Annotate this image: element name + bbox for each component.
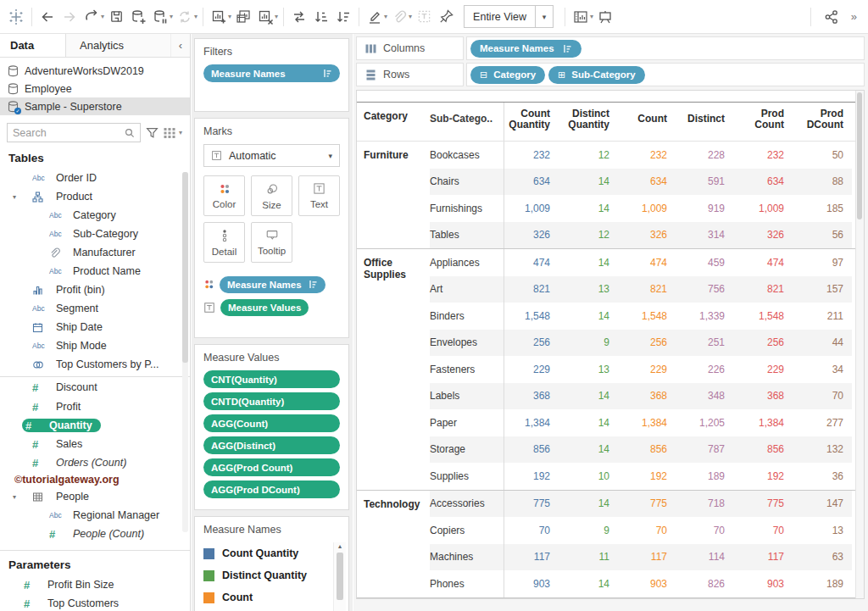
prod-count-cell[interactable]: 117 <box>733 544 793 571</box>
count-quantity-cell[interactable]: 1,548 <box>504 303 559 330</box>
prod-dcount-cell[interactable]: 36 <box>793 463 852 490</box>
measure-value-pill[interactable]: CNTD(Quantity) <box>203 392 340 410</box>
table-row[interactable]: Machines 117 11 117 114 117 63 <box>357 544 855 571</box>
distinct-quantity-cell[interactable]: 14 <box>559 491 618 518</box>
prod-dcount-cell[interactable]: 132 <box>793 436 852 464</box>
detail-button[interactable]: Detail <box>203 222 245 263</box>
rows-pill[interactable]: ⊞ Sub-Category <box>548 66 645 84</box>
count-cell[interactable]: 256 <box>618 330 676 357</box>
measure-value-pill[interactable]: AGG(Distinct) <box>203 436 340 454</box>
expand-box-icon[interactable]: ⊟ <box>480 69 487 81</box>
prod-count-cell[interactable]: 856 <box>733 436 793 464</box>
category-cell[interactable] <box>364 276 430 303</box>
mark-type-dropdown[interactable]: Automatic ▾ <box>203 144 340 167</box>
scroll-thumb[interactable] <box>337 553 343 600</box>
field-item[interactable]: Abc# Sales <box>0 435 190 453</box>
sub-category-cell[interactable]: Bookcases <box>430 142 504 169</box>
measure-value-pill[interactable]: AGG(Prod DCount) <box>203 480 340 498</box>
show-me-button[interactable] <box>570 6 592 28</box>
color-shelf-pill[interactable]: Measure Names <box>220 276 326 293</box>
table-row[interactable]: Binders 1,548 14 1,548 1,339 1,548 211 <box>357 303 855 330</box>
measure-value-pill[interactable]: AGG(Count) <box>203 414 340 432</box>
filter-fields-icon[interactable] <box>146 127 159 139</box>
prod-count-cell[interactable]: 229 <box>733 356 793 383</box>
show-mark-labels-button[interactable] <box>413 6 435 28</box>
distinct-cell[interactable]: 114 <box>676 544 733 571</box>
prod-dcount-cell[interactable]: 50 <box>793 142 852 169</box>
expand-caret-icon[interactable]: ▾ <box>13 193 16 201</box>
field-item[interactable]: Abc# Profit (bin) <box>0 281 190 299</box>
sort-descending-button[interactable] <box>332 6 354 28</box>
count-cell[interactable]: 326 <box>618 222 676 249</box>
category-cell[interactable] <box>364 356 430 383</box>
search-input[interactable]: Search <box>7 123 141 142</box>
presentation-mode-button[interactable] <box>594 6 616 28</box>
pause-caret-icon[interactable]: ▾ <box>170 13 173 20</box>
prod-dcount-cell[interactable]: 189 <box>793 570 852 597</box>
count-cell[interactable]: 1,384 <box>618 409 676 436</box>
header-sub-category[interactable]: Sub-Catego.. <box>430 103 504 141</box>
count-quantity-cell[interactable]: 70 <box>504 517 559 544</box>
pause-auto-updates-button[interactable] <box>149 6 171 28</box>
category-cell[interactable] <box>364 303 430 330</box>
sub-category-cell[interactable]: Art <box>430 276 504 303</box>
clear-sheet-caret-icon[interactable]: ▾ <box>275 13 278 20</box>
category-cell[interactable] <box>364 570 430 597</box>
distinct-quantity-cell[interactable]: 14 <box>559 436 618 464</box>
field-item[interactable]: ▾ Abc# Product <box>0 187 190 206</box>
header-count-quantity[interactable]: Count Quantity <box>504 103 559 141</box>
distinct-cell[interactable]: 919 <box>676 195 733 222</box>
parameter-item[interactable]: Abc# Top Customers <box>0 594 190 611</box>
distinct-cell[interactable]: 189 <box>676 463 733 490</box>
distinct-quantity-cell[interactable]: 12 <box>559 222 618 249</box>
run-caret-icon[interactable]: ▾ <box>194 13 198 20</box>
sub-category-cell[interactable]: Tables <box>430 222 504 249</box>
sub-category-cell[interactable]: Machines <box>430 544 504 571</box>
field-item[interactable]: Abc# Profit <box>0 397 190 416</box>
new-worksheet-caret-icon[interactable]: ▾ <box>228 13 231 20</box>
legend-item[interactable]: Count <box>203 586 340 608</box>
table-row[interactable]: Art 821 13 821 756 821 157 <box>357 276 855 303</box>
new-data-source-button[interactable] <box>127 6 149 28</box>
field-item[interactable]: Abc# Ship Mode <box>0 336 190 355</box>
filter-pill-measure-names[interactable]: Measure Names <box>203 64 340 82</box>
share-button[interactable] <box>821 6 843 28</box>
size-button[interactable]: Size <box>251 175 292 216</box>
prod-count-cell[interactable]: 326 <box>733 222 793 249</box>
prod-dcount-cell[interactable]: 277 <box>793 409 852 436</box>
count-quantity-cell[interactable]: 192 <box>504 463 559 490</box>
datasource-item[interactable]: ✓ Sample - Superstore <box>0 97 190 115</box>
header-distinct-quantity[interactable]: Distinct Quantity <box>559 103 618 141</box>
distinct-cell[interactable]: 314 <box>676 222 733 249</box>
duplicate-sheet-button[interactable] <box>232 6 254 28</box>
sub-category-cell[interactable]: Binders <box>430 303 504 330</box>
prod-dcount-cell[interactable]: 63 <box>793 544 852 571</box>
count-cell[interactable]: 1,548 <box>618 303 676 330</box>
count-cell[interactable]: 474 <box>618 249 676 276</box>
swap-rows-columns-button[interactable] <box>288 6 310 28</box>
parameter-item[interactable]: Abc# Profit Bin Size <box>0 575 190 594</box>
annotation-caret-icon[interactable]: ▾ <box>409 13 412 20</box>
distinct-quantity-cell[interactable]: 14 <box>559 249 618 276</box>
view-options-caret-icon[interactable]: ▾ <box>179 129 182 136</box>
field-item[interactable]: Abc# Segment <box>0 299 190 318</box>
distinct-quantity-cell[interactable]: 14 <box>559 303 618 330</box>
scroll-up-icon[interactable]: ▴ <box>338 542 342 550</box>
distinct-quantity-cell[interactable]: 14 <box>559 570 618 597</box>
count-quantity-cell[interactable]: 903 <box>504 570 559 597</box>
field-item[interactable]: Abc# Product Name <box>0 262 190 281</box>
prod-count-cell[interactable]: 1,009 <box>733 195 793 222</box>
count-cell[interactable]: 229 <box>618 356 676 383</box>
category-cell[interactable] <box>364 330 430 357</box>
measure-value-pill[interactable]: AGG(Prod Count) <box>203 458 340 476</box>
distinct-quantity-cell[interactable]: 11 <box>559 544 618 571</box>
clear-sheet-button[interactable] <box>254 6 276 28</box>
sort-ascending-button[interactable] <box>310 6 332 28</box>
sub-category-cell[interactable]: Fasteners <box>430 356 504 383</box>
sub-category-cell[interactable]: Phones <box>430 570 504 597</box>
distinct-cell[interactable]: 459 <box>676 249 733 276</box>
forward-button[interactable] <box>58 6 81 28</box>
distinct-cell[interactable]: 1,339 <box>676 303 733 330</box>
datasource-item[interactable]: ✓ AdventureWorksDW2019 <box>0 62 190 80</box>
header-category[interactable]: Category <box>364 103 430 141</box>
